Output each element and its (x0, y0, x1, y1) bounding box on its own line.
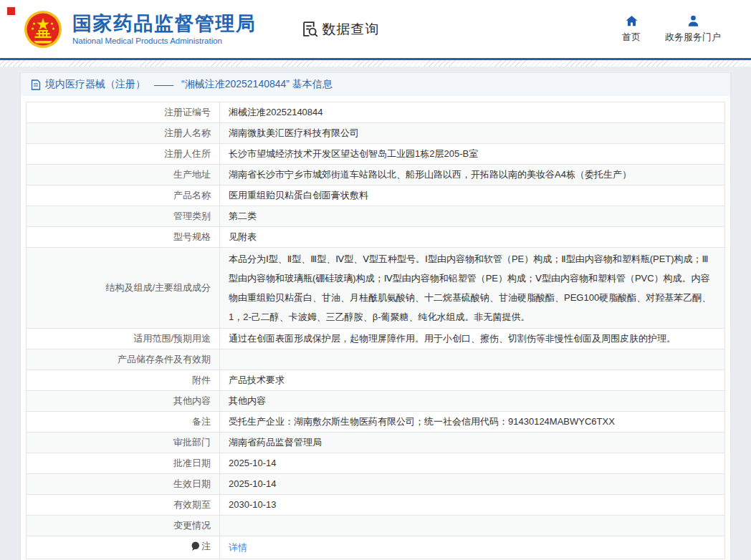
field-value: 湖南微肽美汇医疗科技有限公司 (220, 123, 725, 144)
field-value: 见附表 (220, 227, 725, 248)
field-label: 备注 (27, 412, 220, 433)
field-label: 适用范围/预期用途 (27, 329, 220, 349)
field-value: 受托生产企业：湖南敷尔斯生物医药有限公司；统一社会信用代码：91430124MA… (220, 412, 725, 433)
table-row: 型号规格 见附表 (27, 227, 725, 248)
breadcrumb: 境内医疗器械（注册） —— “湘械注准20252140844” 基本信息 (21, 73, 730, 96)
nav-portal-label: 政务服务门户 (665, 31, 721, 44)
field-value (220, 349, 725, 370)
field-label: 结构及组成/主要组成成分 (27, 248, 220, 329)
home-icon (625, 14, 638, 28)
document-icon (31, 79, 41, 90)
table-row: 产品储存条件及有效期 (27, 349, 725, 370)
detail-link[interactable]: 详情 (229, 542, 247, 553)
field-label: 附件 (27, 370, 220, 391)
breadcrumb-category: 境内医疗器械（注册） (45, 78, 145, 91)
table-row: 适用范围/预期用途 通过在创面表面形成保护层，起物理屏障作用。用于小创口、擦伤、… (27, 329, 725, 349)
field-value: 详情 (220, 536, 725, 559)
table-row: 有效期至 2030-10-13 (27, 495, 725, 516)
field-label: 注册证编号 (27, 102, 220, 123)
field-value: 湖南省药品监督管理局 (220, 433, 725, 453)
registration-info-table: 注册证编号 湘械注准20252140844 注册人名称 湖南微肽美汇医疗科技有限… (26, 102, 725, 559)
field-label: 有效期至 (27, 495, 220, 516)
field-label: 变更情况 (27, 516, 220, 536)
field-value: 湘械注准20252140844 (220, 102, 725, 123)
table-row: 变更情况 (27, 516, 725, 536)
field-label: 生效日期 (27, 474, 220, 495)
table-row: 产品名称 医用重组贻贝粘蛋白创面膏状敷料 (27, 185, 725, 206)
field-label: 注册人名称 (27, 123, 220, 144)
field-value: 2025-10-14 (220, 474, 725, 495)
table-row: 注册人名称 湖南微肽美汇医疗科技有限公司 (27, 123, 725, 144)
site-header: 国家药品监督管理局 National Medical Products Admi… (0, 0, 751, 60)
table-row: 注册人住所 长沙市望城经济技术开发区望达创智岛工业园1栋2层205-B室 (27, 144, 725, 165)
org-name-en: National Medical Products Administration (72, 37, 257, 45)
field-label: 注册人住所 (27, 144, 220, 165)
field-label: 产品名称 (27, 185, 220, 206)
note-balloon-icon (191, 541, 200, 551)
table-row: 审批部门 湖南省药品监督管理局 (27, 433, 725, 453)
org-title-block: 国家药品监督管理局 National Medical Products Admi… (72, 13, 257, 45)
field-label: 产品储存条件及有效期 (27, 349, 220, 370)
field-value (220, 516, 725, 536)
page-title: “湘械注准20252140844” 基本信息 (181, 78, 333, 91)
header-nav: 首页 政务服务门户 (622, 14, 721, 44)
table-row: 结构及组成/主要组成成分 本品分为Ⅰ型、Ⅱ型、Ⅲ型、Ⅳ型、Ⅴ型五种型号。Ⅰ型由内… (27, 248, 725, 329)
org-name-zh: 国家药品监督管理局 (72, 13, 257, 35)
table-row: 生效日期 2025-10-14 (27, 474, 725, 495)
table-row: 附件 产品技术要求 (27, 370, 725, 391)
field-value: 通过在创面表面形成保护层，起物理屏障作用。用于小创口、擦伤、切割伤等非慢性创面及… (220, 329, 725, 349)
note-label-text: 注 (201, 540, 211, 553)
table-row: 其他内容 其他内容 (27, 391, 725, 412)
table-row: 管理类别 第二类 (27, 206, 725, 227)
field-label: 批准日期 (27, 453, 220, 474)
header-stripe-divider (0, 60, 751, 67)
field-label: 注 (27, 536, 220, 559)
field-value: 医用重组贻贝粘蛋白创面膏状敷料 (220, 185, 725, 206)
field-value: 长沙市望城经济技术开发区望达创智岛工业园1栋2层205-B室 (220, 144, 725, 165)
field-value: 产品技术要求 (220, 370, 725, 391)
field-value: 2025-10-14 (220, 453, 725, 474)
table-row: 批准日期 2025-10-14 (27, 453, 725, 474)
nav-home-label: 首页 (622, 31, 641, 44)
table-row: 注册证编号 湘械注准20252140844 (27, 102, 725, 123)
user-icon (687, 14, 700, 28)
field-value: 第二类 (220, 206, 725, 227)
field-label: 管理类别 (27, 206, 220, 227)
national-emblem-logo (24, 10, 62, 49)
table-row: 注 详情 (27, 536, 725, 559)
nav-portal[interactable]: 政务服务门户 (665, 14, 721, 44)
data-query-icon (301, 20, 319, 38)
field-label: 生产地址 (27, 165, 220, 185)
content-panel: 境内医疗器械（注册） —— “湘械注准20252140844” 基本信息 注册证… (20, 72, 731, 560)
table-row: 备注 受托生产企业：湖南敷尔斯生物医药有限公司；统一社会信用代码：9143012… (27, 412, 725, 433)
field-value: 湖南省长沙市宁乡市城郊街道车站路以北、船形山路以西，开拓路以南的美妆谷A4栋（委… (220, 165, 725, 185)
field-label: 型号规格 (27, 227, 220, 248)
field-value: 其他内容 (220, 391, 725, 412)
nav-home[interactable]: 首页 (622, 14, 641, 44)
field-label: 其他内容 (27, 391, 220, 412)
corner-red-mark (7, 7, 15, 15)
field-value: 2030-10-13 (220, 495, 725, 516)
breadcrumb-separator: —— (154, 79, 173, 90)
field-value: 本品分为Ⅰ型、Ⅱ型、Ⅲ型、Ⅳ型、Ⅴ型五种型号。Ⅰ型由内容物和软管（PE）构成；Ⅱ… (220, 248, 725, 329)
table-row: 生产地址 湖南省长沙市宁乡市城郊街道车站路以北、船形山路以西，开拓路以南的美妆谷… (27, 165, 725, 185)
data-query-label: 数据查询 (322, 20, 380, 39)
data-query-tab[interactable]: 数据查询 (301, 20, 380, 39)
field-label: 审批部门 (27, 433, 220, 453)
